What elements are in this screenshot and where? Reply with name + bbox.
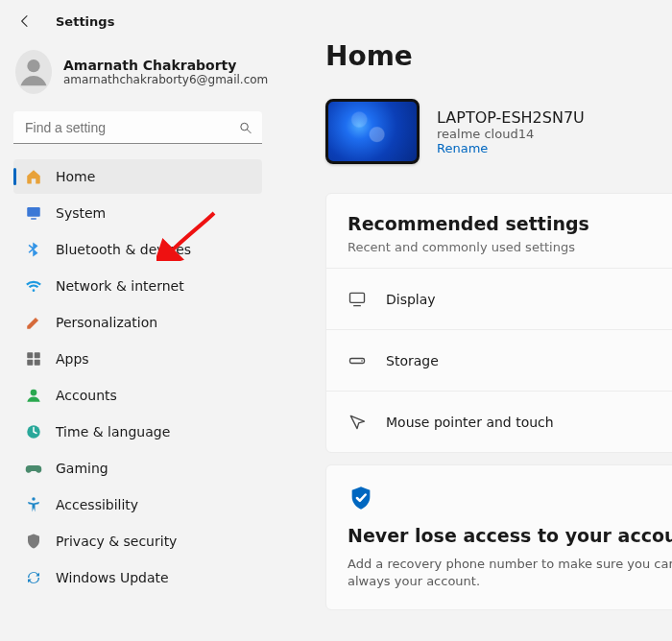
device-thumbnail	[325, 99, 420, 164]
sidebar-item-label: Time & language	[56, 424, 170, 439]
sidebar-item-label: Bluetooth & devices	[56, 242, 191, 257]
bluetooth-icon	[25, 241, 42, 258]
gaming-icon	[25, 460, 42, 477]
account-card-body: Add a recovery phone number to make sure…	[348, 556, 672, 590]
profile-name: Amarnath Chakraborty	[63, 58, 268, 73]
sidebar-item-personalization[interactable]: Personalization	[13, 305, 262, 340]
privacy-icon	[25, 533, 42, 550]
setting-row-label: Storage	[386, 353, 439, 368]
sidebar-item-label: Home	[56, 169, 95, 184]
sidebar-item-accessibility[interactable]: Accessibility	[13, 487, 262, 522]
apps-icon	[25, 350, 42, 368]
sidebar-item-gaming[interactable]: Gaming	[13, 451, 262, 486]
setting-row-mouse-pointer-and-touch[interactable]: Mouse pointer and touch	[326, 391, 672, 452]
sidebar-item-windows-update[interactable]: Windows Update	[13, 560, 262, 595]
sidebar-item-label: Windows Update	[56, 570, 169, 585]
accounts-icon	[25, 387, 42, 404]
recommended-card: Recommended settings Recent and commonly…	[325, 193, 672, 453]
device-block: LAPTOP-ESH2SN7U realme cloud14 Rename	[325, 99, 672, 164]
sidebar-item-network-internet[interactable]: Network & internet	[13, 269, 262, 303]
device-model: realme cloud14	[437, 127, 585, 141]
system-icon	[25, 204, 42, 222]
sidebar-item-label: Accessibility	[56, 497, 138, 512]
time-icon	[25, 423, 42, 440]
sidebar-item-label: Gaming	[56, 461, 108, 476]
sidebar: Settings Amarnath Chakraborty amarnathch…	[0, 0, 276, 641]
sidebar-item-accounts[interactable]: Accounts	[13, 378, 262, 413]
sidebar-item-label: System	[56, 205, 106, 221]
back-icon[interactable]	[17, 13, 33, 29]
device-name: LAPTOP-ESH2SN7U	[437, 108, 585, 127]
avatar	[15, 50, 52, 94]
search-input[interactable]	[13, 111, 262, 144]
update-icon	[25, 569, 42, 586]
accessibility-icon	[25, 496, 42, 513]
sidebar-item-system[interactable]: System	[13, 196, 262, 230]
sidebar-item-label: Privacy & security	[56, 534, 177, 549]
nav-list: HomeSystemBluetooth & devicesNetwork & i…	[13, 159, 262, 595]
sidebar-item-label: Accounts	[56, 388, 117, 403]
recommended-subtitle: Recent and commonly used settings	[348, 240, 672, 254]
page-title: Home	[325, 40, 672, 72]
mouse-icon	[348, 413, 367, 432]
profile-email: amarnathchakraborty6@gmail.com	[63, 73, 268, 86]
rename-link[interactable]: Rename	[437, 141, 585, 155]
main-content: Home LAPTOP-ESH2SN7U realme cloud14 Rena…	[276, 0, 672, 641]
sidebar-item-home[interactable]: Home	[13, 159, 262, 194]
sidebar-item-bluetooth-devices[interactable]: Bluetooth & devices	[13, 232, 262, 267]
setting-row-label: Mouse pointer and touch	[386, 415, 554, 430]
network-icon	[25, 277, 42, 295]
sidebar-item-label: Network & internet	[56, 278, 184, 294]
setting-row-display[interactable]: Display	[326, 268, 672, 329]
sidebar-item-apps[interactable]: Apps	[13, 342, 262, 376]
sidebar-item-privacy-security[interactable]: Privacy & security	[13, 524, 262, 558]
profile-card[interactable]: Amarnath Chakraborty amarnathchakraborty…	[13, 42, 262, 111]
display-icon	[348, 290, 367, 309]
home-icon	[25, 168, 42, 185]
setting-row-label: Display	[386, 292, 436, 307]
storage-icon	[348, 351, 367, 370]
recommended-title: Recommended settings	[348, 213, 672, 234]
account-card-title: Never lose access to your account	[348, 525, 672, 546]
shield-check-icon	[348, 485, 672, 511]
search-icon[interactable]	[238, 121, 252, 135]
sidebar-item-label: Personalization	[56, 315, 157, 330]
setting-row-storage[interactable]: Storage	[326, 329, 672, 391]
sidebar-item-time-language[interactable]: Time & language	[13, 415, 262, 449]
search-box	[13, 111, 262, 144]
personalization-icon	[25, 314, 42, 331]
window-title: Settings	[56, 14, 114, 29]
sidebar-item-label: Apps	[56, 351, 89, 367]
account-security-card: Never lose access to your account Add a …	[325, 464, 672, 610]
